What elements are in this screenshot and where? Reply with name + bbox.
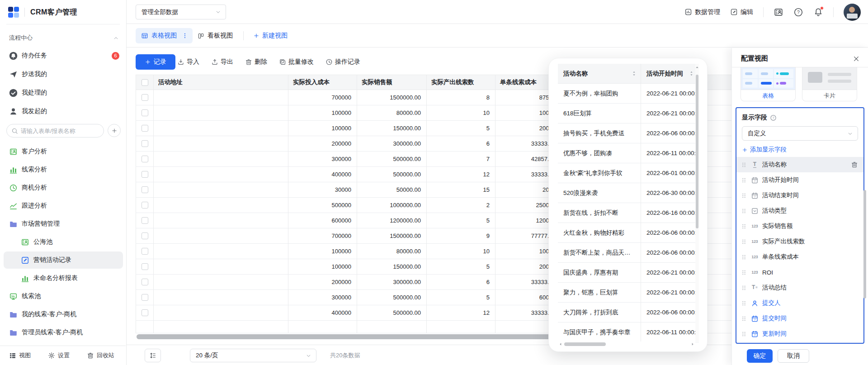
page-size-select[interactable]: 20 条/页 <box>190 349 316 362</box>
drag-handle-icon[interactable] <box>741 300 747 307</box>
display-field-row[interactable]: T 活动名称 <box>736 157 863 172</box>
row-checkbox[interactable] <box>142 186 148 193</box>
sidebar-nav-7[interactable]: 营销活动记录 <box>4 251 123 269</box>
popup-row[interactable]: 优惠不够，团购凑 2022-06-11 00:00:00 <box>558 143 699 163</box>
add-display-field-button[interactable]: 添加显示字段 <box>742 146 787 154</box>
drag-handle-icon[interactable] <box>741 223 747 230</box>
popup-row[interactable]: 金秋“豪”礼拿到你手软 2022-06-01 00:00:00 <box>558 163 699 183</box>
tab-table-view[interactable]: 表格视图 <box>136 28 193 43</box>
sidebar-nav-8[interactable]: 未命名分析报表 <box>0 271 127 285</box>
drag-handle-icon[interactable] <box>741 269 747 276</box>
contacts-icon[interactable] <box>774 7 783 17</box>
display-field-row[interactable]: 7 提交时间 <box>736 311 863 326</box>
row-checkbox[interactable] <box>142 109 148 116</box>
display-field-row[interactable]: 123 单条线索成本 <box>736 249 863 265</box>
panel-scrollbar-thumb[interactable] <box>863 190 866 299</box>
sidebar-search-input[interactable] <box>21 128 93 134</box>
sidebar-nav-2[interactable]: 线索分析 <box>0 163 127 176</box>
delete-field-icon[interactable] <box>851 161 858 168</box>
popup-row[interactable]: 与国庆甲子，携手奏华章 2022-06-11 00:00:00 <box>558 322 699 342</box>
drag-handle-icon[interactable] <box>741 284 747 291</box>
select-all-checkbox[interactable] <box>142 79 148 86</box>
toolbar-trash-button[interactable]: 删除 <box>245 58 267 66</box>
popup-row[interactable]: 国庆盛典，厚惠有期 2022-06-21 00:00:00 <box>558 263 699 283</box>
row-height-button[interactable] <box>145 349 161 362</box>
chevron-up-icon[interactable] <box>113 35 119 41</box>
drag-handle-icon[interactable] <box>741 254 747 261</box>
row-checkbox[interactable] <box>142 217 148 224</box>
popup-row[interactable]: 新货在线，折扣不断 2022-06-16 00:00:00 <box>558 203 699 223</box>
sidebar-item-user[interactable]: 我发起的 <box>0 104 127 118</box>
sidebar-item-check-circle[interactable]: 我处理的 <box>0 86 127 100</box>
popup-row[interactable]: 抽号购买，手机免费送 2022-06-06 00:00:00 <box>558 123 699 143</box>
display-field-row[interactable]: 7 活动结束时间 <box>736 188 863 203</box>
drag-handle-icon[interactable] <box>741 177 747 184</box>
scroll-up-arrow[interactable] <box>695 66 699 69</box>
display-field-row[interactable]: 提交人 <box>736 295 863 311</box>
scope-select[interactable]: 管理全部数据 <box>136 5 226 19</box>
display-field-row[interactable]: 123 ROI <box>736 265 863 280</box>
scrollbar-thumb[interactable] <box>696 75 698 228</box>
toolbar-history-clock-button[interactable]: 操作记录 <box>326 58 360 66</box>
row-checkbox[interactable] <box>142 248 148 255</box>
popup-row[interactable]: 新货不断上架，商品天… 2022-06-06 00:00:00 <box>558 243 699 263</box>
scrollbar-thumb[interactable] <box>564 342 606 346</box>
display-field-row[interactable]: 7 更新时间 <box>736 326 863 341</box>
row-checkbox[interactable] <box>142 232 148 239</box>
sort-icon[interactable] <box>631 71 637 76</box>
drag-handle-icon[interactable] <box>741 208 747 214</box>
sidebar-search[interactable] <box>6 124 104 137</box>
toolbar-export-up-button[interactable]: 导出 <box>211 58 233 66</box>
popup-vertical-scrollbar[interactable] <box>695 64 699 341</box>
sort-icon[interactable] <box>689 71 694 76</box>
cancel-button[interactable]: 取消 <box>778 349 809 363</box>
sidebar-nav-4[interactable]: 跟进分析 <box>0 199 127 213</box>
tab-board-view[interactable]: 看板视图 <box>198 28 233 43</box>
help-icon[interactable]: ? <box>793 7 803 17</box>
sidebar-add-button[interactable] <box>108 124 121 137</box>
display-field-row[interactable]: 123 实际销售额 <box>736 218 863 234</box>
row-checkbox[interactable] <box>142 279 148 285</box>
view-type-table-label[interactable]: 表格 <box>741 90 795 101</box>
sidebar-nav-1[interactable]: 客户分析 <box>0 145 127 158</box>
close-icon[interactable] <box>853 55 860 62</box>
popup-row[interactable]: 大刀阔斧，打折到底 2022-06-06 00:00:00 <box>558 303 699 322</box>
popup-column-name[interactable]: 活动名称 <box>558 64 641 83</box>
drag-handle-icon[interactable] <box>741 238 747 245</box>
help-circle-icon[interactable]: ? <box>770 114 777 121</box>
confirm-button[interactable]: 确定 <box>747 349 773 363</box>
user-avatar[interactable] <box>844 4 861 21</box>
display-field-row[interactable]: 7 活动开始时间 <box>736 172 863 188</box>
popup-row[interactable]: 夏不为例，幸福团购 2022-06-21 00:00:00 <box>558 84 699 104</box>
notification-bell-icon[interactable] <box>813 7 823 17</box>
row-checkbox[interactable] <box>142 171 148 178</box>
sidebar-footer-trash[interactable]: 回收站 <box>87 351 114 360</box>
popup-row[interactable]: 火红金秋，购物好精彩 2022-06-06 00:00:00 <box>558 223 699 243</box>
row-checkbox[interactable] <box>142 202 148 209</box>
display-field-row[interactable]: 活动类型 <box>736 203 863 218</box>
sidebar-item-todo-bell[interactable]: 待办任务6 <box>0 49 127 62</box>
sidebar-section-process[interactable]: 流程中心 <box>9 33 119 43</box>
sidebar-item-send[interactable]: 抄送我的 <box>0 67 127 81</box>
row-checkbox[interactable] <box>142 294 148 301</box>
row-checkbox[interactable] <box>142 125 148 132</box>
drag-handle-icon[interactable] <box>741 192 747 199</box>
popup-row[interactable]: 520浪漫来袭 2022-06-30 00:00:00 <box>558 183 699 203</box>
field-mode-select[interactable]: 自定义 <box>742 126 858 141</box>
sidebar-nav-10[interactable]: 我的线索-客户-商机 <box>0 308 127 321</box>
sidebar-nav-11[interactable]: 管理员线索-客户-商机 <box>0 326 127 339</box>
view-type-card-label[interactable]: 卡片 <box>802 90 857 101</box>
add-record-button[interactable]: 记录 <box>136 54 175 70</box>
drag-handle-icon[interactable] <box>741 315 747 322</box>
display-field-row[interactable]: 123 实际产出线索数 <box>736 234 863 249</box>
popup-column-start[interactable]: 活动开始时间 <box>641 64 695 83</box>
sidebar-nav-9[interactable]: 线索池 <box>0 289 127 303</box>
display-field-row[interactable]: T 活动总结 <box>736 280 863 295</box>
view-type-card-card[interactable]: 卡片 <box>802 67 857 101</box>
popup-horizontal-scrollbar[interactable] <box>558 341 695 347</box>
new-view-button[interactable]: 新建视图 <box>253 28 288 43</box>
scroll-right-arrow[interactable] <box>691 342 694 346</box>
row-checkbox[interactable] <box>142 94 148 101</box>
data-manage-button[interactable]: 数据管理 <box>684 8 720 16</box>
edit-button[interactable]: 编辑 <box>730 8 753 16</box>
